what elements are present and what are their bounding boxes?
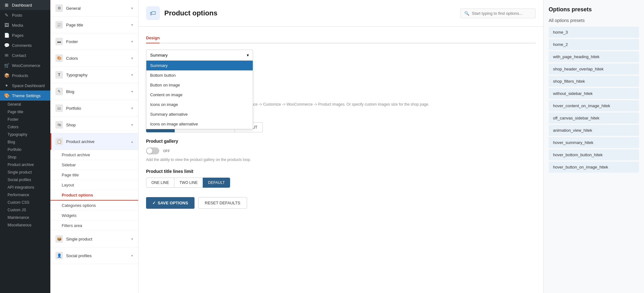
sub-menu-item-sidebar[interactable]: Sidebar: [50, 160, 138, 170]
wp-sidebar-item-woocommerce[interactable]: 🛒 WooCommerce: [0, 60, 50, 70]
posts-icon: ✎: [4, 13, 9, 18]
wp-sidebar-item-space-dashboard[interactable]: ✦ Space Dashboard: [0, 80, 50, 91]
theme-panel-general[interactable]: ⚙ General ▾: [50, 0, 138, 17]
colors-panel-icon: 🎨: [55, 54, 63, 62]
typography-panel-icon: T: [55, 71, 63, 79]
wp-sub-item-colors[interactable]: Colors: [0, 123, 50, 131]
design-style-select[interactable]: Summary ▾: [146, 50, 253, 61]
preset-item-shop-filters[interactable]: shop_filters_hitek: [549, 76, 639, 87]
theme-panel-colors[interactable]: 🎨 Colors ▾: [50, 50, 138, 67]
sub-menu-item-product-options[interactable]: Product options: [50, 190, 138, 201]
chevron-down-icon: ▾: [131, 23, 133, 27]
dropdown-item-button-on-image[interactable]: Button on image: [146, 80, 253, 90]
sub-menu-item-product-archive[interactable]: Product archive: [50, 150, 138, 160]
preset-item-hover-button-on-image[interactable]: hover_button_on_image_hitek: [549, 162, 639, 173]
toggle-knob: [147, 148, 152, 154]
preset-item-home3[interactable]: home_3: [549, 27, 639, 38]
wp-sub-item-maintenance[interactable]: Maintenance: [0, 214, 50, 221]
wp-sub-item-api-integrations[interactable]: API integrations: [0, 184, 50, 191]
search-icon: 🔍: [464, 11, 469, 16]
theme-panel-product-archive[interactable]: 📋 Product archive ▴: [50, 133, 138, 150]
wp-sidebar-item-contact[interactable]: ✉ Contact: [0, 50, 50, 60]
wp-sub-item-miscellaneous[interactable]: Miscellaneous: [0, 221, 50, 229]
save-options-button[interactable]: ✓ SAVE OPTIONS: [146, 197, 195, 209]
theme-panel-single-product[interactable]: 📦 Single product ▾: [50, 231, 138, 247]
chevron-down-icon: ▾: [131, 73, 133, 77]
wp-sub-item-portfolio[interactable]: Portfolio: [0, 146, 50, 153]
chevron-up-icon: ▴: [131, 140, 133, 144]
wp-sub-item-custom-js[interactable]: Custom JS: [0, 206, 50, 214]
theme-panel-portfolio[interactable]: 🗂 Portfolio ▾: [50, 100, 138, 117]
contact-icon: ✉: [4, 53, 9, 58]
dropdown-item-bottom-button[interactable]: Bottom button: [146, 70, 253, 80]
theme-panel-shop[interactable]: 🛍 Shop ▾: [50, 117, 138, 133]
checkmark-icon: ✓: [152, 201, 156, 205]
chevron-down-icon: ▾: [131, 123, 133, 127]
wp-sub-item-social-profiles[interactable]: Social profiles: [0, 176, 50, 184]
wp-sidebar-item-comments[interactable]: 💬 Comments: [0, 40, 50, 50]
wp-sidebar-item-posts[interactable]: ✎ Posts: [0, 10, 50, 20]
page-title: Product options: [164, 9, 217, 17]
product-gallery-desc: Add the ability to view the product gall…: [146, 157, 536, 163]
theme-panel-blog[interactable]: ✎ Blog ▾: [50, 83, 138, 100]
dropdown-item-content-on-image[interactable]: Content on image: [146, 90, 253, 100]
wp-sub-item-blog[interactable]: Blog: [0, 138, 50, 146]
title-lines-btn-two[interactable]: TWO LINE: [174, 178, 203, 188]
product-options-icon: 🏷: [146, 6, 160, 20]
sub-menu-item-page-title[interactable]: Page title: [50, 170, 138, 180]
search-box[interactable]: 🔍: [460, 8, 536, 18]
preset-item-without-sidebar[interactable]: without_sidebar_hitek: [549, 88, 639, 99]
preset-item-with-page-heading[interactable]: with_page_heading_hitek: [549, 51, 639, 62]
chevron-down-icon: ▾: [131, 40, 133, 44]
theme-panel-footer[interactable]: ▬ Footer ▾: [50, 33, 138, 50]
wp-sidebar-item-dashboard[interactable]: ⊞ Dashboard: [0, 0, 50, 10]
preset-item-hover-bottom-button[interactable]: hover_bottom_button_hitek: [549, 149, 639, 160]
preset-item-hover-content-on-image[interactable]: hover_content_on_image_hitek: [549, 100, 639, 111]
dropdown-item-summary-alternative[interactable]: Summary alternative: [146, 109, 253, 119]
wp-sub-item-general[interactable]: General: [0, 101, 50, 108]
pages-icon: 📄: [4, 33, 9, 38]
wp-sub-item-typography[interactable]: Typography: [0, 131, 50, 138]
wp-sub-item-footer[interactable]: Footer: [0, 116, 50, 123]
preset-item-shop-header-overlap[interactable]: shop_header_overlap_hitek: [549, 64, 639, 75]
wp-sidebar-item-media[interactable]: 🖼 Media: [0, 20, 50, 30]
theme-panel-page-title[interactable]: 📰 Page title ▾: [50, 17, 138, 33]
title-lines-btn-default[interactable]: DEFAULT: [203, 178, 230, 188]
single-product-panel-icon: 📦: [55, 235, 63, 243]
chevron-down-icon: ▾: [131, 56, 133, 60]
presets-subtitle: All options presets: [549, 18, 639, 23]
sub-menu-item-widgets[interactable]: Widgets: [50, 211, 138, 221]
tab-design[interactable]: Design: [146, 33, 160, 43]
sub-menu-item-categories-options[interactable]: Categories options: [50, 201, 138, 211]
dropdown-item-summary[interactable]: Summary: [146, 61, 253, 70]
main-header: 🏷 Product options 🔍: [138, 0, 543, 27]
theme-panel-social-profiles[interactable]: 👤 Social profiles ▾: [50, 247, 138, 264]
wp-sub-item-custom-css[interactable]: Custom CSS: [0, 199, 50, 206]
preset-item-off-canvas-sidebar[interactable]: off_canvas_sidebar_hitek: [549, 113, 639, 124]
wp-sub-item-single-product[interactable]: Single product: [0, 169, 50, 176]
wp-sidebar-item-theme-settings[interactable]: 🎨 Theme Settings: [0, 91, 50, 101]
page-title-panel-icon: 📰: [55, 21, 63, 29]
product-gallery-toggle[interactable]: [146, 147, 159, 154]
sub-menu-item-filters-area[interactable]: Filters area: [50, 221, 138, 231]
sub-menu-item-layout[interactable]: Layout: [50, 180, 138, 190]
select-container: Summary ▾ Summary Bottom button Button o…: [146, 50, 536, 61]
portfolio-panel-icon: 🗂: [55, 104, 63, 112]
preset-item-animation-view[interactable]: animation_view_hitek: [549, 125, 639, 136]
theme-panel-typography[interactable]: T Typography ▾: [50, 67, 138, 83]
wp-sub-item-performance[interactable]: Performance: [0, 191, 50, 199]
wp-sub-item-shop[interactable]: Shop: [0, 153, 50, 161]
dropdown-item-icons-on-image-alternative[interactable]: Icons on image alternative: [146, 119, 253, 129]
preset-item-home2[interactable]: home_2: [549, 39, 639, 50]
dropdown-item-icons-on-image[interactable]: Icons on image: [146, 100, 253, 109]
wp-sub-item-product-archive[interactable]: Product archive: [0, 161, 50, 169]
title-lines-btn-one[interactable]: ONE LINE: [146, 178, 174, 188]
search-input[interactable]: [472, 11, 532, 16]
wp-sidebar-item-products[interactable]: 📦 Products: [0, 70, 50, 80]
space-dashboard-icon: ✦: [4, 83, 9, 88]
wp-sidebar-item-pages[interactable]: 📄 Pages: [0, 30, 50, 40]
reset-defaults-button[interactable]: RESET DEFAULTS: [198, 197, 247, 209]
preset-item-hover-summary[interactable]: hover_summary_hitek: [549, 137, 639, 148]
main-content: 🏷 Product options 🔍 Design Summary ▾ Sum…: [138, 0, 543, 293]
wp-sub-item-page-title[interactable]: Page title: [0, 108, 50, 116]
